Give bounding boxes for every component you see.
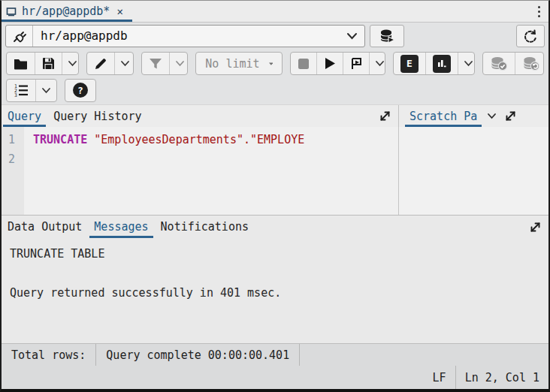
- secondary-toolbar: 1 2 3 ?: [2, 78, 548, 104]
- execute-options-chevron[interactable]: [369, 53, 385, 74]
- scratch-pad-area[interactable]: [399, 127, 548, 215]
- edit-button-group: [86, 52, 133, 75]
- message-line: Query returned successfully in 401 msec.: [10, 283, 540, 303]
- code-area[interactable]: TRUNCATE "EmployeesDepartments"."EMPLOYE: [24, 127, 398, 215]
- line-number: 2: [2, 149, 24, 169]
- eol-mode[interactable]: LF: [424, 366, 455, 389]
- query-complete-status: Query complete 00:00:00.401: [96, 344, 299, 366]
- chevron-down-icon: [339, 32, 364, 40]
- line-number-gutter: 1 2: [2, 127, 24, 215]
- total-rows-label: Total rows:: [2, 344, 95, 366]
- execute-options-flag-button[interactable]: [343, 53, 369, 74]
- explain-analyze-button[interactable]: [425, 53, 458, 74]
- filter-button-group: [141, 52, 188, 75]
- tab-notifications[interactable]: Notifications: [156, 216, 253, 238]
- query-tool-window: hr/app@appdb* ✕ hr/app@appdb: [0, 0, 550, 392]
- sql-keyword: TRUNCATE: [33, 133, 87, 146]
- macros-options-chevron[interactable]: [35, 80, 56, 101]
- terminal-window-icon: [6, 7, 17, 17]
- scratch-pad-chevron-icon[interactable]: [483, 105, 500, 127]
- explain-analyze-chart-icon: [433, 55, 451, 73]
- scratch-pad-header: Scratch Pa: [399, 105, 548, 127]
- edit-options-chevron[interactable]: [114, 53, 133, 74]
- connection-select[interactable]: hr/app@appdb: [5, 25, 365, 47]
- close-tab-icon[interactable]: ✕: [115, 5, 124, 17]
- expand-scratch-pad-icon[interactable]: [500, 105, 521, 127]
- editor-split: 1 2 TRUNCATE "EmployeesDepartments"."EMP…: [2, 127, 548, 216]
- sql-line-1: TRUNCATE "EmployeesDepartments"."EMPLOYE: [33, 130, 398, 149]
- tab-scratch-pad[interactable]: Scratch Pa: [405, 105, 482, 127]
- stop-button[interactable]: [291, 53, 316, 74]
- limit-value: No limit: [205, 57, 259, 71]
- edit-pencil-button[interactable]: [87, 53, 114, 74]
- open-file-button[interactable]: [7, 53, 35, 74]
- save-file-button[interactable]: [35, 53, 62, 74]
- execute-button-group: [290, 52, 385, 75]
- explain-button[interactable]: E: [394, 53, 425, 74]
- dropdown-arrow-icon: [269, 61, 273, 67]
- explain-icon: E: [400, 55, 419, 73]
- new-connection-button[interactable]: [370, 25, 404, 47]
- rollback-button[interactable]: [515, 53, 544, 74]
- tab-query[interactable]: Query: [3, 105, 46, 127]
- explain-button-group: E: [393, 52, 475, 75]
- active-tab-underline: [2, 20, 132, 22]
- help-button[interactable]: ?: [65, 80, 95, 101]
- expand-output-panel-icon[interactable]: [522, 216, 548, 238]
- sql-identifiers: "EmployeesDepartments"."EMPLOYE: [87, 133, 304, 146]
- explain-options-chevron[interactable]: [458, 53, 475, 74]
- cursor-position: Ln 2, Col 1: [456, 366, 548, 389]
- status-bar: Total rows: Query complete 00:00:00.401: [2, 343, 548, 366]
- sql-editor[interactable]: 1 2 TRUNCATE "EmployeesDepartments"."EMP…: [2, 127, 399, 215]
- line-number: 1: [2, 130, 24, 149]
- reset-layout-button[interactable]: [516, 25, 545, 47]
- connection-value: hr/app@appdb: [33, 29, 339, 43]
- filter-icon-button[interactable]: [142, 53, 169, 74]
- row-limit-select[interactable]: No limit: [195, 52, 283, 75]
- query-tabs: Query Query History: [2, 105, 399, 127]
- connection-row: hr/app@appdb: [2, 22, 548, 49]
- query-panel-header: Query Query History Scratch Pa: [2, 104, 548, 127]
- macros-button-group: 1 2 3: [6, 79, 57, 102]
- filter-options-chevron[interactable]: [169, 53, 188, 74]
- tab-title: hr/app@appdb*: [22, 5, 110, 18]
- status-bar-bottom: LF Ln 2, Col 1: [2, 366, 548, 389]
- message-line: TRUNCATE TABLE: [10, 244, 540, 264]
- execute-button[interactable]: [316, 53, 343, 74]
- transaction-button-group: [482, 52, 544, 75]
- output-panel-header: Data Output Messages Notifications: [2, 216, 548, 238]
- commit-button[interactable]: [483, 53, 515, 74]
- expand-query-panel-icon[interactable]: [372, 105, 398, 127]
- svg-text:3: 3: [14, 92, 17, 97]
- document-tab-bar: hr/app@appdb* ✕: [2, 1, 548, 22]
- tab-data-output[interactable]: Data Output: [3, 216, 86, 238]
- file-button-group: [6, 52, 79, 75]
- save-options-chevron[interactable]: [62, 53, 79, 74]
- tab-query-history[interactable]: Query History: [49, 105, 146, 127]
- messages-panel: TRUNCATE TABLE Query returned successful…: [2, 238, 548, 343]
- macros-list-button[interactable]: 1 2 3: [7, 80, 35, 101]
- tab-messages[interactable]: Messages: [89, 216, 153, 238]
- plug-icon: [6, 26, 33, 47]
- tab-query-editor[interactable]: hr/app@appdb* ✕: [2, 1, 132, 22]
- panel-menu-icon[interactable]: [529, 1, 548, 22]
- main-toolbar: No limit E: [2, 49, 548, 78]
- help-button-group: ?: [65, 79, 96, 102]
- svg-text:?: ?: [77, 85, 83, 96]
